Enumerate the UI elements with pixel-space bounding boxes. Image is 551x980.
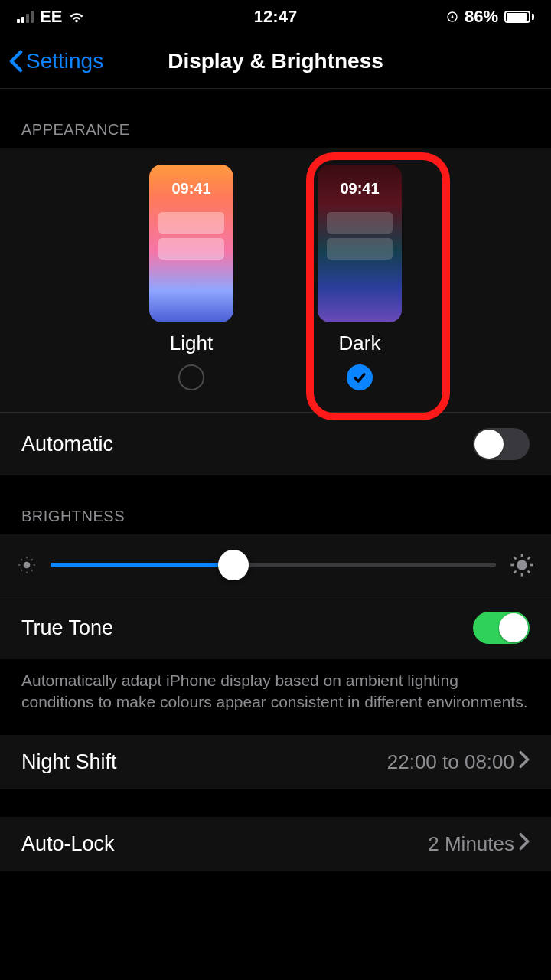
svg-line-9 [21,570,22,571]
back-label: Settings [26,49,103,74]
sun-large-icon [510,553,534,577]
svg-rect-1 [452,16,454,18]
automatic-label: Automatic [21,433,113,456]
brightness-slider[interactable] [51,563,496,567]
light-label: Light [170,332,213,355]
sun-small-icon [17,555,37,575]
brightness-header: BRIGHTNESS [0,475,551,534]
appearance-option-light[interactable]: 09:41 Light [149,165,233,390]
status-time: 12:47 [254,7,297,27]
true-tone-row: True Tone [0,596,551,659]
light-radio[interactable] [178,364,204,390]
wifi-icon [68,8,85,25]
svg-point-2 [24,562,31,569]
night-shift-label: Night Shift [21,750,117,774]
svg-line-18 [514,571,517,573]
dark-preview: 09:41 [318,165,402,322]
true-tone-label: True Tone [21,616,113,640]
auto-lock-label: Auto-Lock [21,832,115,856]
automatic-row: Automatic [0,413,551,475]
nav-bar: Settings Display & Brightness [0,34,551,89]
auto-lock-row[interactable]: Auto-Lock 2 Minutes [0,817,551,871]
cellular-signal-icon [17,11,34,23]
preview-time: 09:41 [318,180,402,198]
checkmark-icon [352,370,367,385]
chevron-right-icon [519,832,530,856]
svg-line-8 [31,570,33,571]
page-title: Display & Brightness [168,49,383,74]
appearance-header: APPEARANCE [0,89,551,148]
chevron-left-icon [9,50,23,73]
dark-label: Dark [339,332,381,355]
brightness-slider-row [0,534,551,596]
preview-time: 09:41 [149,180,233,198]
carrier-label: EE [40,7,62,27]
night-shift-row[interactable]: Night Shift 22:00 to 08:00 [0,735,551,789]
dark-radio[interactable] [347,364,373,390]
automatic-toggle[interactable] [473,428,530,460]
night-shift-value: 22:00 to 08:00 [387,750,514,774]
light-preview: 09:41 [149,165,233,322]
svg-line-17 [528,571,530,573]
svg-point-11 [517,560,527,570]
true-tone-description: Automatically adapt iPhone display based… [0,659,551,735]
svg-line-10 [31,559,33,560]
battery-percent: 86% [465,7,498,27]
chevron-right-icon [519,750,530,774]
svg-line-7 [21,559,22,560]
status-bar: EE 12:47 86% [0,0,551,34]
svg-line-16 [514,557,517,560]
brightness-slider-thumb[interactable] [218,550,249,580]
rotation-lock-icon [446,11,458,23]
auto-lock-value: 2 Minutes [428,832,514,856]
svg-line-19 [528,557,530,560]
back-button[interactable]: Settings [9,49,103,74]
appearance-option-dark[interactable]: 09:41 Dark [318,165,402,390]
true-tone-toggle[interactable] [473,612,530,644]
battery-icon [504,11,534,23]
